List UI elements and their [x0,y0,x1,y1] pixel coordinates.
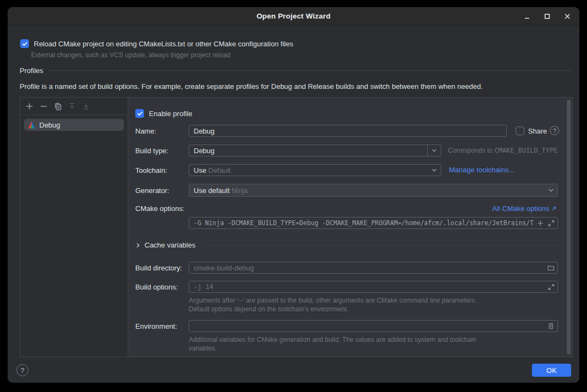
share-checkbox[interactable]: Share [516,126,547,135]
name-label: Name: [135,127,156,135]
profile-list-item-debug[interactable]: Debug [24,119,124,131]
profiles-header-label: Profiles [20,67,43,75]
share-label: Share [528,127,547,135]
generator-value: Use default Ninja [189,186,544,195]
chevron-right-icon [135,242,141,249]
build-options-hint-1: Arguments after ‘--’ are passed to the b… [189,297,477,304]
toolchain-value-primary: Use [194,166,206,174]
environment-field[interactable] [189,320,558,332]
build-type-label: Build type: [135,147,169,155]
generator-label: Generator: [135,186,169,195]
checkbox-checked-icon [135,109,144,118]
cmake-options-field[interactable]: -G Ninja -DCMAKE_BUILD_TYPE=Debug -DCMAK… [189,217,558,229]
profiles-panel: Debug Enable profile Name: Share [20,97,573,357]
maximize-icon [543,13,551,20]
move-down-button[interactable] [82,102,91,111]
build-directory-placeholder: cmake-build-debug [189,264,546,272]
toolchain-value-secondary: Default [208,166,231,174]
enable-profile-label: Enable profile [149,110,193,118]
name-input[interactable] [189,125,507,137]
chevron-down-icon[interactable] [427,145,441,156]
profiles-section-header: Profiles [20,67,572,75]
folder-icon[interactable] [546,262,556,273]
reload-cmake-label: Reload CMake project on editing CMakeLis… [34,40,293,48]
build-type-select[interactable]: Debug [189,144,441,156]
profiles-description: Profile is a named set of build options.… [20,82,483,91]
all-cmake-options-text: All CMake options [492,204,549,213]
checkbox-checked-icon [20,39,29,48]
external-link-icon [551,206,557,212]
toolchain-label: Toolchain: [135,166,167,174]
environment-variables-icon[interactable] [546,321,556,331]
plus-icon [25,102,34,111]
generator-value-secondary: Ninja [231,186,248,195]
all-cmake-options-link[interactable]: All CMake options [492,204,557,213]
reload-cmake-checkbox[interactable]: Reload CMake project on editing CMakeLis… [20,39,293,48]
maximize-button[interactable] [543,12,552,21]
expand-field-icon[interactable] [546,281,556,292]
open-project-wizard-dialog: Open Project Wizard Reload CMake project… [8,7,579,383]
move-down-icon [82,102,91,111]
cmake-options-label: CMake options: [135,204,184,213]
toolchain-select[interactable]: Use Default [189,164,441,176]
add-profile-button[interactable] [25,102,34,111]
cmake-options-value: -G Ninja -DCMAKE_BUILD_TYPE=Debug -DCMAK… [189,219,535,227]
checkbox-unchecked-icon [516,126,524,135]
build-options-label: Build options: [135,283,178,291]
move-up-button[interactable] [68,102,76,111]
cache-variables-toggle[interactable]: Cache variables [135,241,195,249]
build-options-field[interactable]: -j 14 [189,281,558,293]
share-help-icon[interactable]: ? [550,126,559,135]
enable-profile-checkbox[interactable]: Enable profile [135,109,193,118]
close-button[interactable] [563,12,572,21]
copy-profile-button[interactable] [53,102,62,111]
reload-cmake-hint: External changes, such as VCS update, al… [31,51,231,59]
desktop-background: Open Project Wizard Reload CMake project… [0,0,587,392]
remove-profile-button[interactable] [39,102,48,111]
chevron-down-icon[interactable] [428,165,441,176]
build-directory-label: Build directory: [135,264,182,272]
build-type-hint-code: CMAKE_BUILD_TYPE [494,147,558,154]
copy-icon [53,102,62,111]
expand-field-icon[interactable] [546,218,556,228]
chevron-down-icon[interactable] [544,184,558,196]
move-up-icon [68,102,76,111]
minus-icon [39,102,48,111]
build-type-value: Debug [189,147,427,155]
build-options-placeholder: -j 14 [189,283,546,291]
profile-form: Enable profile Name: Share ? Build type:… [128,98,572,357]
title-bar[interactable]: Open Project Wizard [8,7,579,26]
vertical-scrollbar[interactable] [567,100,571,354]
window-title: Open Project Wizard [256,12,331,20]
generator-value-primary: Use default [194,186,230,195]
generator-select[interactable]: Use default Ninja [189,184,558,197]
build-type-hint-prefix: Corresponds to [448,147,494,154]
environment-hint-1: Additional variables for CMake generatio… [189,336,476,343]
profiles-toolbar [20,98,128,115]
minimize-icon [523,13,531,20]
cache-variables-divider [202,245,564,246]
build-options-hint-2: Default options depend on the toolchain’… [189,305,349,313]
profile-item-label: Debug [39,121,60,129]
cache-variables-label: Cache variables [145,241,195,249]
build-type-hint: Corresponds to CMAKE_BUILD_TYPE [448,147,558,154]
environment-label: Environment: [135,322,177,330]
environment-hint-2: variables. [189,345,217,352]
add-option-icon[interactable] [535,218,546,228]
profiles-list: Debug [20,98,128,357]
section-divider [49,70,572,71]
build-directory-field[interactable]: cmake-build-debug [189,262,558,274]
minimize-button[interactable] [523,12,531,21]
close-icon [564,13,571,20]
cmake-icon [27,120,36,129]
ok-button[interactable]: OK [532,364,571,377]
manage-toolchains-link[interactable]: Manage toolchains... [449,166,514,174]
help-button[interactable]: ? [16,364,28,376]
toolchain-value: Use Default [189,166,428,174]
